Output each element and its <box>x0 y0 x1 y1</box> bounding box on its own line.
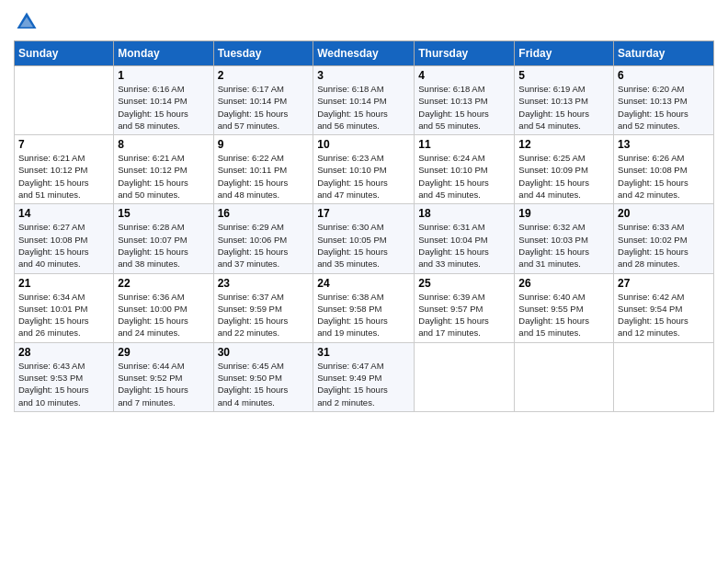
day-info: Sunrise: 6:24 AM Sunset: 10:10 PM Daylig… <box>418 152 510 201</box>
day-number: 8 <box>118 138 209 151</box>
day-info: Sunrise: 6:25 AM Sunset: 10:09 PM Daylig… <box>518 152 609 201</box>
day-number: 24 <box>317 277 410 290</box>
day-number: 1 <box>118 69 209 82</box>
day-info: Sunrise: 6:33 AM Sunset: 10:02 PM Daylig… <box>618 221 710 270</box>
day-cell <box>15 66 114 135</box>
day-cell: 19Sunrise: 6:32 AM Sunset: 10:03 PM Dayl… <box>515 204 614 273</box>
weekday-header-sunday: Sunday <box>15 41 114 66</box>
day-cell: 2Sunrise: 6:17 AM Sunset: 10:14 PM Dayli… <box>213 66 313 135</box>
day-info: Sunrise: 6:18 AM Sunset: 10:13 PM Daylig… <box>418 83 510 132</box>
day-number: 30 <box>218 346 310 359</box>
day-number: 28 <box>18 346 109 359</box>
day-number: 18 <box>418 207 510 220</box>
week-row-0: 1Sunrise: 6:16 AM Sunset: 10:14 PM Dayli… <box>15 66 714 135</box>
day-info: Sunrise: 6:18 AM Sunset: 10:14 PM Daylig… <box>317 83 410 132</box>
day-number: 17 <box>317 207 410 220</box>
day-cell: 7Sunrise: 6:21 AM Sunset: 10:12 PM Dayli… <box>15 135 114 204</box>
day-number: 2 <box>218 69 310 82</box>
day-cell: 5Sunrise: 6:19 AM Sunset: 10:13 PM Dayli… <box>515 66 614 135</box>
weekday-header-saturday: Saturday <box>614 41 714 66</box>
day-cell: 12Sunrise: 6:25 AM Sunset: 10:09 PM Dayl… <box>515 135 614 204</box>
day-number: 25 <box>418 277 510 290</box>
day-number: 19 <box>518 207 609 220</box>
day-number: 10 <box>317 138 410 151</box>
day-number: 22 <box>118 277 209 290</box>
day-cell: 31Sunrise: 6:47 AM Sunset: 9:49 PM Dayli… <box>313 342 415 411</box>
day-number: 3 <box>317 69 410 82</box>
day-cell: 11Sunrise: 6:24 AM Sunset: 10:10 PM Dayl… <box>415 135 515 204</box>
logo <box>14 9 43 35</box>
day-info: Sunrise: 6:40 AM Sunset: 9:55 PM Dayligh… <box>518 291 609 339</box>
day-cell: 21Sunrise: 6:34 AM Sunset: 10:01 PM Dayl… <box>15 273 114 342</box>
day-cell: 1Sunrise: 6:16 AM Sunset: 10:14 PM Dayli… <box>114 66 213 135</box>
day-number: 9 <box>218 138 310 151</box>
day-number: 13 <box>618 138 710 151</box>
day-cell: 17Sunrise: 6:30 AM Sunset: 10:05 PM Dayl… <box>313 204 415 273</box>
calendar-table: SundayMondayTuesdayWednesdayThursdayFrid… <box>14 40 714 412</box>
day-info: Sunrise: 6:37 AM Sunset: 9:59 PM Dayligh… <box>218 291 310 339</box>
day-cell: 3Sunrise: 6:18 AM Sunset: 10:14 PM Dayli… <box>313 66 415 135</box>
day-info: Sunrise: 6:38 AM Sunset: 9:58 PM Dayligh… <box>317 291 410 339</box>
day-cell: 29Sunrise: 6:44 AM Sunset: 9:52 PM Dayli… <box>114 342 213 411</box>
day-cell: 26Sunrise: 6:40 AM Sunset: 9:55 PM Dayli… <box>515 273 614 342</box>
day-cell <box>415 342 515 411</box>
day-info: Sunrise: 6:30 AM Sunset: 10:05 PM Daylig… <box>317 221 410 270</box>
day-info: Sunrise: 6:27 AM Sunset: 10:08 PM Daylig… <box>18 221 109 270</box>
day-number: 21 <box>18 277 109 290</box>
day-cell: 14Sunrise: 6:27 AM Sunset: 10:08 PM Dayl… <box>15 204 114 273</box>
day-info: Sunrise: 6:21 AM Sunset: 10:12 PM Daylig… <box>18 152 109 201</box>
day-number: 14 <box>18 207 109 220</box>
day-cell: 25Sunrise: 6:39 AM Sunset: 9:57 PM Dayli… <box>415 273 515 342</box>
weekday-header-tuesday: Tuesday <box>213 41 313 66</box>
day-number: 5 <box>518 69 609 82</box>
day-cell: 6Sunrise: 6:20 AM Sunset: 10:13 PM Dayli… <box>614 66 714 135</box>
day-cell: 27Sunrise: 6:42 AM Sunset: 9:54 PM Dayli… <box>614 273 714 342</box>
week-row-2: 14Sunrise: 6:27 AM Sunset: 10:08 PM Dayl… <box>15 204 714 273</box>
day-info: Sunrise: 6:19 AM Sunset: 10:13 PM Daylig… <box>518 83 609 132</box>
weekday-header-friday: Friday <box>515 41 614 66</box>
day-cell: 24Sunrise: 6:38 AM Sunset: 9:58 PM Dayli… <box>313 273 415 342</box>
week-row-4: 28Sunrise: 6:43 AM Sunset: 9:53 PM Dayli… <box>15 342 714 411</box>
day-number: 4 <box>418 69 510 82</box>
day-number: 15 <box>118 207 209 220</box>
day-info: Sunrise: 6:44 AM Sunset: 9:52 PM Dayligh… <box>118 360 209 408</box>
day-info: Sunrise: 6:47 AM Sunset: 9:49 PM Dayligh… <box>317 360 410 408</box>
day-info: Sunrise: 6:28 AM Sunset: 10:07 PM Daylig… <box>118 221 209 270</box>
weekday-header-thursday: Thursday <box>415 41 515 66</box>
day-number: 20 <box>618 207 710 220</box>
day-info: Sunrise: 6:43 AM Sunset: 9:53 PM Dayligh… <box>18 360 109 408</box>
day-cell: 16Sunrise: 6:29 AM Sunset: 10:06 PM Dayl… <box>213 204 313 273</box>
day-number: 26 <box>518 277 609 290</box>
logo-icon <box>14 9 40 35</box>
day-cell <box>614 342 714 411</box>
day-number: 6 <box>618 69 710 82</box>
week-row-1: 7Sunrise: 6:21 AM Sunset: 10:12 PM Dayli… <box>15 135 714 204</box>
day-info: Sunrise: 6:34 AM Sunset: 10:01 PM Daylig… <box>18 291 109 339</box>
day-info: Sunrise: 6:26 AM Sunset: 10:08 PM Daylig… <box>618 152 710 201</box>
day-number: 11 <box>418 138 510 151</box>
day-info: Sunrise: 6:31 AM Sunset: 10:04 PM Daylig… <box>418 221 510 270</box>
day-info: Sunrise: 6:22 AM Sunset: 10:11 PM Daylig… <box>218 152 310 201</box>
day-info: Sunrise: 6:23 AM Sunset: 10:10 PM Daylig… <box>317 152 410 201</box>
week-row-3: 21Sunrise: 6:34 AM Sunset: 10:01 PM Dayl… <box>15 273 714 342</box>
weekday-header-monday: Monday <box>114 41 213 66</box>
day-cell: 28Sunrise: 6:43 AM Sunset: 9:53 PM Dayli… <box>15 342 114 411</box>
day-info: Sunrise: 6:39 AM Sunset: 9:57 PM Dayligh… <box>418 291 510 339</box>
day-cell: 13Sunrise: 6:26 AM Sunset: 10:08 PM Dayl… <box>614 135 714 204</box>
day-number: 27 <box>618 277 710 290</box>
day-number: 16 <box>218 207 310 220</box>
day-info: Sunrise: 6:29 AM Sunset: 10:06 PM Daylig… <box>218 221 310 270</box>
day-cell: 20Sunrise: 6:33 AM Sunset: 10:02 PM Dayl… <box>614 204 714 273</box>
day-cell: 10Sunrise: 6:23 AM Sunset: 10:10 PM Dayl… <box>313 135 415 204</box>
day-cell: 18Sunrise: 6:31 AM Sunset: 10:04 PM Dayl… <box>415 204 515 273</box>
day-info: Sunrise: 6:45 AM Sunset: 9:50 PM Dayligh… <box>218 360 310 408</box>
day-info: Sunrise: 6:36 AM Sunset: 10:00 PM Daylig… <box>118 291 209 339</box>
day-cell: 15Sunrise: 6:28 AM Sunset: 10:07 PM Dayl… <box>114 204 213 273</box>
day-cell: 23Sunrise: 6:37 AM Sunset: 9:59 PM Dayli… <box>213 273 313 342</box>
day-info: Sunrise: 6:21 AM Sunset: 10:12 PM Daylig… <box>118 152 209 201</box>
header <box>14 9 714 35</box>
day-info: Sunrise: 6:42 AM Sunset: 9:54 PM Dayligh… <box>618 291 710 339</box>
day-info: Sunrise: 6:17 AM Sunset: 10:14 PM Daylig… <box>218 83 310 132</box>
day-number: 12 <box>518 138 609 151</box>
day-cell: 22Sunrise: 6:36 AM Sunset: 10:00 PM Dayl… <box>114 273 213 342</box>
